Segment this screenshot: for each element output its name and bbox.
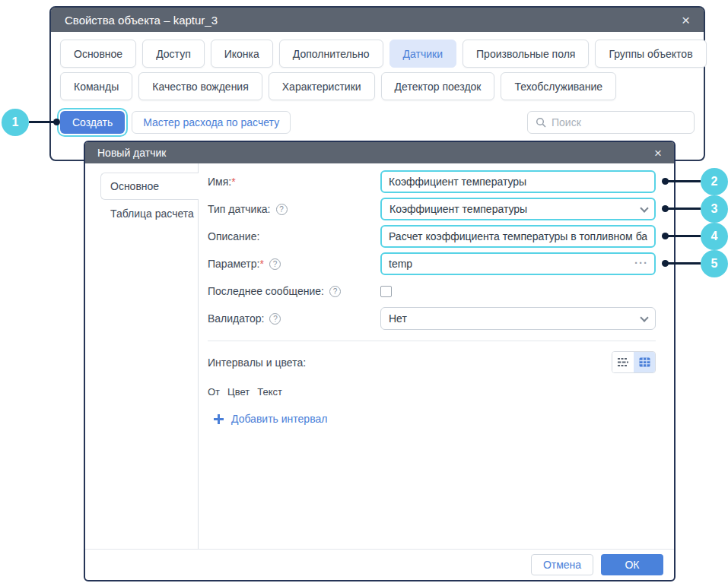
parameter-input[interactable] <box>380 252 656 275</box>
side-tab-tablica-rascheta[interactable]: Таблица расчета <box>100 200 198 227</box>
validator-label: Валидатор: ? <box>208 312 380 325</box>
help-icon[interactable]: ? <box>269 258 281 270</box>
sensor-type-select[interactable]: Коэффициент температуры <box>380 198 656 220</box>
tabs-row-2: Команды Качество вождения Характеристики… <box>60 72 616 100</box>
callout-dot-1 <box>53 119 60 125</box>
tab-dopolnitelno[interactable]: Дополнительно <box>279 40 383 68</box>
callout-line-5 <box>665 262 701 265</box>
name-input[interactable] <box>380 170 656 193</box>
callout-badge-3: 3 <box>701 195 728 223</box>
callout-badge-5: 5 <box>701 250 728 277</box>
object-properties-window: Свойства объекта – kaptur_3 × Основное Д… <box>49 6 705 161</box>
cancel-button[interactable]: Отмена <box>531 554 593 575</box>
table-grid-icon <box>639 357 650 367</box>
field-row-sensor-type: Тип датчика: ? Коэффициент температуры <box>208 198 656 220</box>
dashed-rows-icon <box>617 357 629 367</box>
sensors-action-row: Создать Мастер расхода по расчету <box>60 111 695 134</box>
callout-dot-2 <box>662 178 669 185</box>
plus-icon <box>214 414 224 424</box>
ok-button[interactable]: ОК <box>601 554 663 575</box>
last-message-checkbox[interactable] <box>380 286 392 297</box>
parameter-label: Параметр:* ? <box>208 258 380 270</box>
tab-kachestvo-vozhdeniya[interactable]: Качество вождения <box>138 72 262 100</box>
field-row-parameter: Параметр:* ? ··· <box>208 252 656 275</box>
window-title: Свойства объекта – kaptur_3 <box>65 14 218 27</box>
required-asterisk: * <box>231 176 235 188</box>
tab-detektor-poezdok[interactable]: Детектор поездок <box>381 72 495 100</box>
search-box <box>527 111 695 134</box>
description-input[interactable] <box>380 225 656 248</box>
section-divider <box>208 341 656 341</box>
description-label: Описание: <box>208 230 380 242</box>
dialog-content: Имя:* Тип датчика: ? Коэффициент темпера… <box>199 163 674 549</box>
dialog-close-icon[interactable]: × <box>654 147 662 160</box>
help-icon[interactable]: ? <box>276 204 288 215</box>
callout-badge-4: 4 <box>701 223 728 250</box>
intervals-header: Интервалы и цвета: <box>208 351 656 373</box>
column-ot: От <box>208 386 220 398</box>
last-message-label: Последнее сообщение: ? <box>208 285 380 297</box>
search-icon <box>536 117 546 128</box>
add-interval-button[interactable]: Добавить интервал <box>208 413 656 425</box>
tab-datchiki-active[interactable]: Датчики <box>389 40 456 68</box>
callout-line-4 <box>665 235 701 237</box>
tab-ikonka[interactable]: Иконка <box>211 40 273 68</box>
list-view-button[interactable] <box>612 352 634 372</box>
intervals-label: Интервалы и цвета: <box>208 356 612 369</box>
new-sensor-dialog: Новый датчик × Основное Таблица расчета … <box>84 141 676 581</box>
tabs-row-1: Основное Доступ Иконка Дополнительно Дат… <box>60 40 707 68</box>
intervals-view-toggle <box>612 351 656 373</box>
tab-proizvolnye-polya[interactable]: Произвольные поля <box>463 40 589 68</box>
help-icon[interactable]: ? <box>329 286 341 297</box>
dialog-title: Новый датчик <box>97 147 166 159</box>
consumption-wizard-button[interactable]: Мастер расхода по расчету <box>132 111 291 134</box>
dialog-footer: Отмена ОК <box>85 549 674 580</box>
field-row-validator: Валидатор: ? Нет <box>208 307 656 330</box>
callout-line-3 <box>665 208 701 210</box>
tab-gruppy-obektov[interactable]: Группы объектов <box>595 40 706 68</box>
callout-line-2 <box>665 180 701 182</box>
close-icon[interactable]: × <box>682 13 690 27</box>
sensor-type-label: Тип датчика: ? <box>208 203 380 215</box>
tab-kharakteristiki[interactable]: Характеристики <box>269 72 375 100</box>
tab-tekhobsluzhivanie[interactable]: Техобслуживание <box>501 72 616 100</box>
callout-badge-1: 1 <box>2 109 29 136</box>
parameter-more-button[interactable]: ··· <box>634 257 648 268</box>
field-row-description: Описание: <box>208 225 656 248</box>
search-input[interactable] <box>552 116 686 128</box>
field-row-name: Имя:* <box>208 170 656 193</box>
tab-osnovnoe[interactable]: Основное <box>60 40 136 68</box>
create-button[interactable]: Создать <box>60 111 125 134</box>
table-view-button[interactable] <box>634 352 655 372</box>
callout-badge-2: 2 <box>701 168 728 195</box>
required-asterisk: * <box>259 258 263 270</box>
validator-select[interactable]: Нет <box>380 307 656 330</box>
callout-dot-5 <box>662 260 669 267</box>
dialog-side-panel: Основное Таблица расчета <box>85 163 199 549</box>
intervals-columns-header: От Цвет Текст <box>208 386 656 398</box>
tab-komandy[interactable]: Команды <box>60 72 132 100</box>
side-tab-osnovnoe-active[interactable]: Основное <box>100 173 199 200</box>
callout-dot-3 <box>662 205 669 212</box>
dialog-body: Основное Таблица расчета Имя:* Тип датчи… <box>85 163 674 549</box>
help-icon[interactable]: ? <box>269 313 281 325</box>
tab-dostup[interactable]: Доступ <box>142 40 205 68</box>
column-cvet: Цвет <box>227 386 250 398</box>
dialog-titlebar: Новый датчик × <box>85 142 674 163</box>
name-label: Имя:* <box>208 176 380 188</box>
field-row-last-message: Последнее сообщение: ? <box>208 280 656 303</box>
window-titlebar: Свойства объекта – kaptur_3 × <box>51 8 704 32</box>
callout-line-1 <box>29 121 56 123</box>
callout-dot-4 <box>662 233 669 239</box>
column-tekst: Текст <box>257 386 282 398</box>
